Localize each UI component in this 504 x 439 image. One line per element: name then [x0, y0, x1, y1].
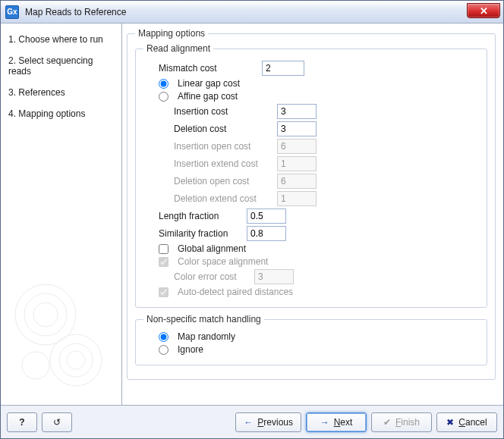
affine-gap-radio[interactable] [159, 92, 169, 102]
map-randomly-radio[interactable] [159, 332, 169, 342]
deletion-open-label: Deletion open cost [174, 176, 272, 187]
arrow-left-icon [244, 417, 253, 428]
ignore-radio[interactable] [159, 345, 169, 355]
sidebar-step-1: 1. Choose where to run [8, 31, 114, 52]
insertion-open-input [277, 139, 317, 154]
read-alignment-legend: Read alignment [143, 43, 213, 54]
close-button[interactable]: ✕ [467, 3, 500, 18]
global-alignment-label: Global alignment [178, 243, 246, 254]
length-fraction-label: Length fraction [159, 211, 242, 221]
deletion-extend-input [277, 191, 317, 206]
svg-point-1 [24, 293, 67, 336]
finish-button[interactable]: Finish [371, 412, 432, 432]
mapping-options-group: Mapping options Read alignment Mismatch … [127, 28, 496, 380]
insertion-cost-label: Insertion cost [174, 106, 272, 117]
sidebar-step-2: 2. Select sequencing reads [8, 52, 114, 84]
next-button[interactable]: Next [306, 412, 367, 432]
svg-point-2 [33, 303, 58, 327]
sidebar-step-3: 3. References [8, 84, 114, 105]
sidebar-step-4: 4. Mapping options [8, 105, 114, 127]
arrow-right-icon [320, 417, 329, 428]
color-space-checkbox [159, 257, 169, 267]
nonspecific-group: Non-specific match handling Map randomly… [135, 314, 487, 365]
window-title: Map Reads to Reference [25, 7, 126, 17]
insertion-extend-label: Insertion extend cost [174, 158, 272, 169]
help-button[interactable]: ? [7, 412, 37, 432]
app-icon: Gx [5, 5, 19, 19]
deletion-cost-input[interactable] [277, 121, 317, 136]
cancel-label-rest: ancel [465, 417, 487, 428]
similarity-fraction-input[interactable] [247, 226, 286, 241]
cancel-button[interactable]: Cancel [436, 412, 497, 432]
color-error-input [254, 269, 294, 284]
svg-point-5 [67, 351, 85, 369]
linear-gap-radio[interactable] [159, 79, 169, 89]
nonspecific-legend: Non-specific match handling [143, 314, 264, 325]
deletion-cost-label: Deletion cost [174, 124, 272, 134]
undo-icon: ↺ [53, 417, 61, 428]
wizard-content: Mapping options Read alignment Mismatch … [122, 24, 503, 405]
ignore-label: Ignore [178, 344, 203, 355]
reset-button[interactable]: ↺ [42, 412, 72, 432]
map-randomly-label: Map randomly [178, 331, 235, 342]
color-error-label: Color error cost [174, 271, 250, 282]
length-fraction-input[interactable] [247, 209, 286, 224]
wizard-sidebar: 1. Choose where to run 2. Select sequenc… [1, 24, 122, 405]
mismatch-cost-label: Mismatch cost [159, 63, 257, 74]
insertion-cost-input[interactable] [277, 104, 317, 119]
wizard-footer: ? ↺ Previous Next Finish Cancel [1, 405, 503, 438]
next-label-rest: ext [340, 417, 352, 428]
help-icon: ? [19, 417, 24, 428]
title-bar: Gx Map Reads to Reference ✕ [1, 1, 503, 24]
svg-point-4 [59, 343, 93, 377]
deletion-extend-label: Deletion extend cost [174, 193, 272, 204]
color-space-label: Color space alignment [178, 256, 268, 267]
previous-button[interactable]: Previous [235, 412, 301, 432]
auto-detect-label: Auto-detect paired distances [178, 287, 293, 297]
finish-label-rest: inish [401, 417, 420, 428]
close-icon: ✕ [480, 5, 488, 17]
svg-point-0 [15, 284, 76, 345]
svg-point-6 [22, 352, 49, 379]
insertion-open-label: Insertion open cost [174, 141, 272, 152]
cancel-accel: C [458, 417, 465, 428]
similarity-fraction-label: Similarity fraction [159, 228, 242, 239]
wizard-window: Gx Map Reads to Reference ✕ 1. Choose wh… [0, 0, 504, 439]
global-alignment-checkbox[interactable] [159, 244, 169, 254]
mapping-options-legend: Mapping options [135, 28, 208, 39]
auto-detect-checkbox [159, 287, 169, 297]
svg-point-3 [50, 334, 102, 386]
cross-icon [446, 417, 454, 428]
linear-gap-label: Linear gap cost [178, 78, 240, 89]
check-icon [383, 417, 391, 428]
mismatch-cost-input[interactable] [262, 61, 304, 76]
watermark-swirl-icon [4, 273, 118, 402]
affine-gap-label: Affine gap cost [178, 91, 238, 102]
previous-label-rest: revious [263, 417, 293, 428]
deletion-open-input [277, 174, 317, 189]
read-alignment-group: Read alignment Mismatch cost Linear gap … [135, 43, 487, 308]
insertion-extend-input [277, 156, 317, 171]
